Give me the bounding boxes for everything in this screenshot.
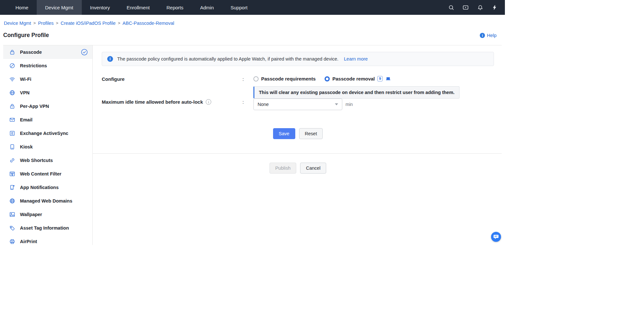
lock-icon <box>9 103 15 109</box>
breadcrumb-profiles[interactable]: Profiles <box>38 20 53 26</box>
sidebar-item-label: Wi-Fi <box>20 77 31 82</box>
sidebar-item-restrictions[interactable]: Restrictions <box>3 59 92 72</box>
cancel-button[interactable]: Cancel <box>300 163 326 174</box>
profile-actions: Publish Cancel <box>102 163 494 174</box>
radio-passcode-removal[interactable]: Passcode removal <box>325 76 375 81</box>
sidebar-item-kiosk[interactable]: Kiosk <box>3 140 92 154</box>
nav-reports[interactable]: Reports <box>158 0 192 15</box>
sidebar-item-label: Exchange ActiveSync <box>20 131 68 136</box>
lock-icon <box>9 49 15 55</box>
info-banner: The passcode policy configured is automa… <box>102 52 494 66</box>
sidebar-item-email[interactable]: Email <box>3 113 92 127</box>
tablet-icon <box>9 144 15 150</box>
supervised-device-icon <box>385 76 391 82</box>
sidebar-item-label: Managed Web Domains <box>20 198 72 204</box>
breadcrumb-create-profile[interactable]: Create iOS/iPadOS Profile <box>61 20 116 26</box>
chevron-down-icon <box>335 103 338 105</box>
tag-icon <box>9 225 15 231</box>
sidebar-item-label: Wallpaper <box>20 212 42 217</box>
search-icon[interactable] <box>448 4 454 11</box>
nav-inventory[interactable]: Inventory <box>82 0 118 15</box>
breadcrumb: Device Mgmt > Profiles > Create iOS/iPad… <box>0 15 505 26</box>
passcode-config-panel: The passcode policy configured is automa… <box>93 45 502 245</box>
image-icon <box>9 211 15 218</box>
breadcrumb-separator: > <box>118 20 120 26</box>
page-title: Configure Profile <box>3 32 49 39</box>
idle-time-colon: : <box>242 99 253 105</box>
configured-check-icon <box>81 49 88 56</box>
printer-icon <box>9 238 15 245</box>
sidebar-item-label: Asset Tag Information <box>20 225 69 231</box>
breadcrumb-profile-name[interactable]: ABC-Passcode-Removal <box>123 20 174 26</box>
passcode-removal-note: This will clear any existing passcode on… <box>253 86 459 99</box>
sidebar-item-wallpaper[interactable]: Wallpaper <box>3 208 92 221</box>
top-navigation: Home Device Mgmt Inventory Enrollment Re… <box>0 0 505 15</box>
radio-unselected-icon[interactable] <box>253 76 259 81</box>
idle-time-row: Maximum idle time allowed before auto-lo… <box>102 99 494 110</box>
wifi-icon <box>9 76 15 82</box>
idle-time-label-text: Maximum idle time allowed before auto-lo… <box>102 99 203 105</box>
idle-time-info-icon[interactable] <box>206 99 211 105</box>
sidebar-item-label: Passcode <box>20 50 42 55</box>
nav-admin[interactable]: Admin <box>192 0 222 15</box>
form-actions: Save Reset <box>102 128 494 139</box>
nav-enrollment[interactable]: Enrollment <box>118 0 158 15</box>
video-icon[interactable] <box>462 4 469 11</box>
reset-button[interactable]: Reset <box>299 128 323 139</box>
radio-label: Passcode requirements <box>261 76 316 81</box>
sidebar-item-label: Email <box>20 117 33 122</box>
exchange-icon <box>9 130 15 137</box>
block-icon <box>9 62 15 69</box>
breadcrumb-separator: > <box>56 20 59 26</box>
idle-time-selected-value: None <box>258 102 269 107</box>
configure-options: Passcode requirements Passcode removal 9 <box>253 76 391 82</box>
quick-actions-icon[interactable] <box>491 4 498 11</box>
sidebar-item-asset-tag-information[interactable]: Asset Tag Information <box>3 221 92 235</box>
sidebar-item-web-content-filter[interactable]: Web Content Filter <box>3 167 92 181</box>
radio-selected-icon[interactable] <box>325 76 330 81</box>
configure-label: Configure <box>102 76 242 82</box>
radio-passcode-requirements[interactable]: Passcode requirements <box>253 76 316 81</box>
nav-device-mgmt[interactable]: Device Mgmt <box>37 0 82 15</box>
idle-time-select[interactable]: None <box>253 99 342 110</box>
sidebar-item-label: Kiosk <box>20 144 33 149</box>
nav-support[interactable]: Support <box>222 0 256 15</box>
alerts-icon[interactable] <box>477 4 483 11</box>
save-button[interactable]: Save <box>273 128 295 139</box>
chat-widget-button[interactable] <box>491 232 501 242</box>
sidebar-item-label: Web Shortcuts <box>20 158 53 163</box>
sidebar-item-app-notifications[interactable]: App Notifications <box>3 181 92 194</box>
sidebar-item-label: Restrictions <box>20 63 47 68</box>
nav-home[interactable]: Home <box>7 0 37 15</box>
sidebar-item-label: App Notifications <box>20 185 59 190</box>
learn-more-link[interactable]: Learn more <box>344 56 368 62</box>
chat-icon <box>493 234 499 240</box>
breadcrumb-separator: > <box>33 20 36 26</box>
content-area: Passcode Restrictions Wi-Fi VPN Per-App … <box>3 45 502 245</box>
sidebar-item-label: Per-App VPN <box>20 104 49 109</box>
sidebar-item-exchange-activesync[interactable]: Exchange ActiveSync <box>3 127 92 140</box>
globe-icon <box>9 198 15 204</box>
help-label: Help <box>487 33 497 38</box>
radio-label: Passcode removal <box>332 76 375 81</box>
breadcrumb-device-mgmt[interactable]: Device Mgmt <box>4 20 31 26</box>
profile-sections-sidebar: Passcode Restrictions Wi-Fi VPN Per-App … <box>3 45 93 245</box>
sidebar-item-web-shortcuts[interactable]: Web Shortcuts <box>3 154 92 167</box>
configure-colon: : <box>242 76 253 82</box>
sidebar-item-wifi[interactable]: Wi-Fi <box>3 72 92 86</box>
help-info-icon <box>480 33 485 38</box>
configure-row: Configure : Passcode requirements Passco… <box>102 76 494 82</box>
passcode-form: Configure : Passcode requirements Passco… <box>102 76 494 174</box>
link-icon <box>9 157 15 164</box>
os-version-badge: 9 <box>377 76 383 81</box>
sidebar-item-passcode[interactable]: Passcode <box>3 45 92 59</box>
sidebar-item-vpn[interactable]: VPN <box>3 86 92 100</box>
sidebar-item-label: AirPrint <box>20 239 37 244</box>
publish-button[interactable]: Publish <box>270 163 297 174</box>
help-link[interactable]: Help <box>480 33 497 38</box>
sidebar-item-airprint[interactable]: AirPrint <box>3 235 92 245</box>
sidebar-item-per-app-vpn[interactable]: Per-App VPN <box>3 100 92 113</box>
sidebar-item-label: VPN <box>20 90 30 95</box>
title-row: Configure Profile Help <box>0 26 505 45</box>
sidebar-item-managed-web-domains[interactable]: Managed Web Domains <box>3 194 92 208</box>
